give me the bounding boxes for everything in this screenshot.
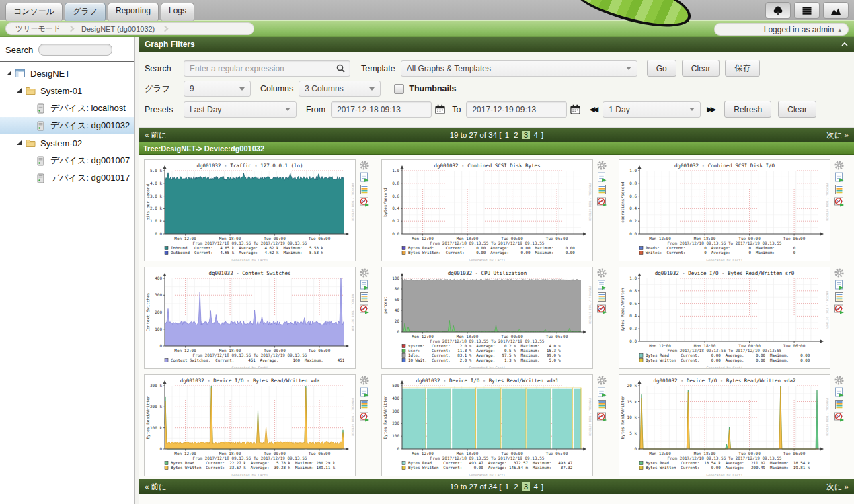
save-button[interactable]: 保存 [725, 60, 760, 77]
graph-settings-button[interactable] [596, 267, 608, 278]
pagination-page-4[interactable]: 4 [532, 131, 539, 139]
graph-csv-export-button[interactable] [833, 279, 845, 290]
login-status[interactable]: Logged in as admin ▴ [714, 23, 849, 36]
tree-item--dg001007[interactable]: デバイス: dg001007 [0, 152, 134, 169]
graph-source-button[interactable] [596, 291, 608, 302]
collapse-panel-icon[interactable] [841, 42, 849, 47]
to-calendar-button[interactable] [570, 104, 580, 114]
tree-expand-icon[interactable] [14, 141, 24, 146]
graph-csv-export-button[interactable] [358, 279, 371, 290]
graph-image[interactable]: dg001032 - CPU UtilizationRRDTOOL / TOBI… [381, 267, 593, 369]
graph-settings-button[interactable] [358, 267, 371, 278]
pagination-prev[interactable]: « 前に [145, 482, 167, 492]
pagination-page-1[interactable]: 1 [504, 131, 510, 139]
graph-zoom-button[interactable] [596, 303, 608, 314]
graph-source-button[interactable] [596, 398, 608, 410]
tree-item-System-02[interactable]: System-02 [0, 134, 134, 152]
pagination-next[interactable]: 次に » [826, 130, 849, 140]
clear-button[interactable]: Clear [682, 60, 720, 77]
shift-interval-select[interactable]: 1 Day [603, 101, 701, 118]
graph-zoom-button[interactable] [833, 196, 845, 207]
graph-settings-button[interactable] [833, 159, 845, 171]
graph-source-button[interactable] [358, 291, 371, 302]
to-date-input[interactable] [466, 101, 567, 118]
graph-image[interactable]: dg001032 - Device I/O - Bytes Read/Writt… [619, 267, 830, 369]
graph-source-button[interactable] [596, 183, 608, 195]
from-date-input[interactable] [331, 101, 432, 118]
sidebar-search-input[interactable] [38, 44, 112, 56]
tab-Logs[interactable]: Logs [161, 3, 194, 21]
regex-search-input[interactable] [184, 60, 350, 77]
pagination-page-2[interactable]: 2 [512, 131, 519, 139]
pagination-page-1[interactable]: 1 [504, 482, 510, 491]
graph-settings-button[interactable] [833, 267, 845, 278]
graph-source-button[interactable] [358, 398, 371, 410]
preview-view-button[interactable] [823, 2, 849, 19]
graph-source-button[interactable] [358, 183, 371, 195]
graph-zoom-button[interactable] [833, 303, 845, 314]
graph-csv-export-button[interactable] [596, 279, 608, 290]
graph-source-button[interactable] [833, 183, 845, 195]
svg-text:Mon 12:00: Mon 12:00 [412, 334, 434, 339]
graph-csv-export-button[interactable] [833, 386, 845, 398]
graph-zoom-button[interactable] [358, 196, 371, 207]
tree-expand-icon[interactable] [14, 89, 24, 93]
graph-settings-button[interactable] [596, 159, 608, 171]
pagination-page-2[interactable]: 2 [512, 482, 519, 491]
shift-forward-icon[interactable]: ▶▶ [705, 105, 716, 114]
tree-view-button[interactable] [765, 2, 791, 19]
breadcrumb-item[interactable]: ツリーモード [13, 24, 63, 34]
graph-csv-export-button[interactable] [596, 171, 608, 183]
presets-select[interactable]: Last Day [184, 101, 297, 118]
sidebar-resize-gutter[interactable] [134, 37, 139, 504]
tab-コンソール[interactable]: コンソール [5, 3, 63, 21]
graphs-count-select[interactable]: 9 [184, 81, 251, 97]
graph-image[interactable]: dg001032 - Device I/O - Bytes Read/Writt… [381, 374, 593, 476]
clear-time-button[interactable]: Clear [778, 101, 816, 118]
pagination-page-4[interactable]: 4 [532, 482, 539, 491]
graph-image[interactable]: dg001032 - Context SwitchesRRDTOOL / TOB… [144, 267, 356, 369]
graph-settings-button[interactable] [358, 159, 371, 171]
tree-expand-icon[interactable] [4, 71, 13, 76]
tree-item--dg001032[interactable]: デバイス: dg001032 [0, 117, 134, 134]
pagination-next[interactable]: 次に » [826, 482, 849, 492]
graph-csv-export-button[interactable] [596, 386, 608, 398]
tab-グラフ[interactable]: グラフ [65, 3, 106, 21]
breadcrumb-item[interactable]: DesigNET (dg001032) [79, 25, 157, 33]
tree-item--dg001017[interactable]: デバイス: dg001017 [0, 169, 134, 187]
template-select[interactable]: All Graphs & Templates [401, 60, 637, 77]
graph-settings-button[interactable] [358, 374, 371, 386]
tree-item-System-01[interactable]: System-01 [0, 82, 134, 99]
graph-csv-export-button[interactable] [833, 171, 845, 183]
list-view-button[interactable] [794, 2, 820, 19]
pagination-prev[interactable]: « 前に [145, 130, 167, 140]
from-calendar-button[interactable] [435, 104, 445, 114]
tab-Reporting[interactable]: Reporting [108, 3, 159, 21]
search-icon[interactable] [336, 64, 345, 73]
tree-item--localhost[interactable]: デバイス: localhost [0, 99, 134, 117]
graph-zoom-button[interactable] [358, 411, 371, 422]
graph-filters-header[interactable]: Graph Filters [139, 37, 854, 52]
graph-csv-export-button[interactable] [358, 386, 371, 398]
shift-back-icon[interactable]: ◀◀ [587, 105, 598, 114]
graph-image[interactable]: dg001032 - Combined SCSI Disk BytesRRDTO… [381, 159, 593, 261]
graph-zoom-button[interactable] [596, 411, 608, 422]
graph-settings-button[interactable] [596, 374, 608, 386]
graph-source-button[interactable] [833, 398, 845, 410]
columns-select[interactable]: 3 Columns [299, 81, 381, 97]
graph-image[interactable]: dg001032 - Device I/O - Bytes Read/Writt… [144, 374, 356, 476]
graph-image[interactable]: dg001032 - Traffic - 127.0.0.1 (lo)RRDTO… [144, 159, 356, 261]
go-button[interactable]: Go [647, 60, 676, 77]
graph-csv-export-button[interactable] [358, 171, 371, 183]
graph-source-button[interactable] [833, 291, 845, 302]
refresh-button[interactable]: Refresh [724, 101, 771, 118]
thumbnails-checkbox[interactable] [394, 84, 404, 94]
graph-zoom-button[interactable] [833, 411, 845, 422]
graph-zoom-button[interactable] [596, 196, 608, 207]
graph-cell: dg001032 - Traffic - 127.0.0.1 (lo)RRDTO… [144, 159, 381, 261]
tree-item-DesigNET[interactable]: DesigNET [0, 65, 134, 82]
graph-zoom-button[interactable] [358, 303, 371, 314]
graph-image[interactable]: dg001032 - Device I/O - Bytes Read/Writt… [619, 374, 830, 476]
graph-image[interactable]: dg001032 - Combined SCSI Disk I/ORRDTOOL… [619, 159, 830, 261]
graph-settings-button[interactable] [833, 374, 845, 386]
